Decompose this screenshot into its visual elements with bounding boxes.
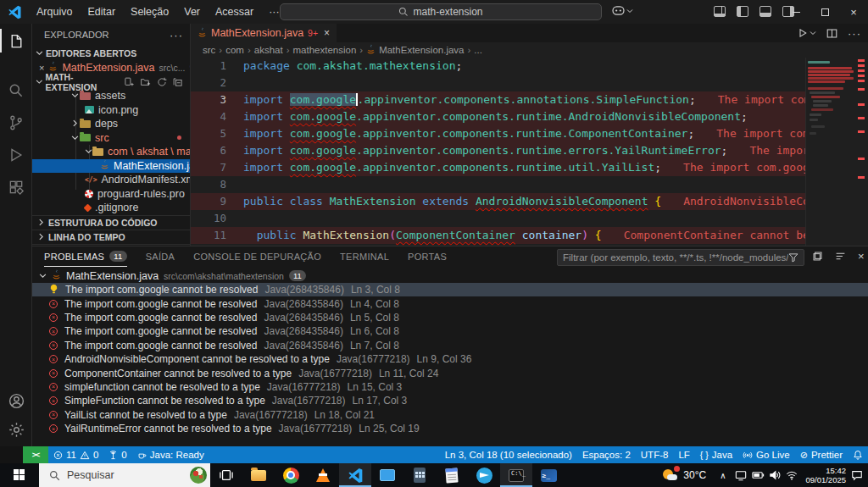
problems-file-group[interactable]: MathExtension.java src\com\akshat\mathex… bbox=[32, 268, 868, 283]
collapse-all-icon[interactable] bbox=[835, 251, 846, 262]
open-editors-section-header[interactable]: EDITORES ABERTOS bbox=[32, 46, 190, 60]
workspace-section-header[interactable]: MATH-EXTENSION bbox=[32, 75, 190, 89]
tray-battery-icon[interactable] bbox=[749, 471, 766, 479]
copilot-button[interactable] bbox=[612, 5, 633, 16]
language-mode-item[interactable]: { } Java bbox=[695, 446, 737, 463]
ports-status-item[interactable]: 0 bbox=[103, 446, 131, 463]
calculator-button[interactable] bbox=[403, 463, 436, 487]
task-view-button[interactable] bbox=[210, 463, 242, 487]
breadcrumb-item-mathextension[interactable]: mathextension bbox=[293, 45, 357, 55]
panel-tab-terminal[interactable]: TERMINAL bbox=[340, 246, 389, 267]
close-panel-icon[interactable]: × bbox=[858, 250, 865, 263]
editor-more-actions[interactable]: ··· bbox=[848, 27, 861, 40]
go-live-item[interactable]: Go Live bbox=[737, 446, 795, 463]
cursor-position-item[interactable]: Ln 3, Col 18 (10 selecionado) bbox=[440, 446, 577, 463]
problem-row[interactable]: ×YailRuntimeError cannot be resolved to … bbox=[32, 422, 868, 435]
view-as-table-icon[interactable] bbox=[812, 251, 823, 262]
breadcrumb-item-MathExtensionjava[interactable]: MathExtension.java bbox=[379, 45, 464, 55]
tray-volume-icon[interactable] bbox=[766, 470, 783, 480]
new-file-icon[interactable] bbox=[124, 77, 134, 87]
telegram-button[interactable] bbox=[468, 463, 500, 487]
customize-layout-icon[interactable] bbox=[714, 6, 726, 17]
toggle-sidebar-icon[interactable] bbox=[737, 6, 748, 17]
menu-item-ver[interactable]: Ver bbox=[176, 0, 208, 24]
problem-row[interactable]: ×The import com.google cannot be resolve… bbox=[32, 296, 868, 310]
toggle-panel-icon[interactable] bbox=[760, 6, 771, 17]
vlc-button[interactable] bbox=[307, 463, 339, 487]
problem-row[interactable]: ×AndroidNonvisibleComponent cannot be re… bbox=[32, 352, 868, 366]
remote-indicator[interactable]: >< bbox=[23, 446, 48, 463]
eol-item[interactable]: LF bbox=[673, 446, 694, 463]
restore-button[interactable] bbox=[810, 0, 839, 24]
minimap[interactable] bbox=[805, 58, 854, 246]
weather-widget[interactable]: 30°C bbox=[656, 468, 713, 483]
encoding-item[interactable]: UTF-8 bbox=[636, 446, 674, 463]
menu-item-editar[interactable]: Editar bbox=[80, 0, 123, 24]
problems-filter-input[interactable]: Filtrar (por exemplo, texto, **/*.ts, !*… bbox=[557, 249, 804, 266]
remote-desktop-button[interactable] bbox=[371, 463, 403, 487]
tree-item-.gitignore[interactable]: .gitignore bbox=[32, 201, 190, 215]
problem-row[interactable]: ×ComponentContainer cannot be resolved t… bbox=[32, 366, 868, 379]
breadcrumb-item-com[interactable]: com bbox=[225, 45, 244, 55]
panel-tab-console-de-depura--o[interactable]: CONSOLE DE DEPURAÇÃO bbox=[193, 246, 321, 267]
sidebar-section-estrutura-do-c-digo[interactable]: ESTRUTURA DO CÓDIGO bbox=[32, 215, 190, 230]
run-button[interactable] bbox=[798, 28, 816, 38]
menu-item-seleo[interactable]: Seleção bbox=[123, 0, 176, 24]
panel-tab-sa-da[interactable]: SAÍDA bbox=[146, 246, 175, 267]
vscode-button[interactable] bbox=[339, 463, 371, 487]
tree-item-deps[interactable]: deps bbox=[32, 117, 190, 131]
problem-row[interactable]: ×SimpleFunction cannot be resolved to a … bbox=[32, 394, 868, 407]
breadcrumb-item-[interactable]: ... bbox=[474, 45, 482, 55]
explorer-more-actions[interactable]: ··· bbox=[170, 29, 183, 42]
tree-item-mathextension.java[interactable]: MathExtension.java9+ bbox=[32, 159, 190, 174]
problem-row[interactable]: The import com.google cannot be resolved… bbox=[32, 283, 868, 296]
activity-extensions-button[interactable] bbox=[0, 173, 32, 202]
notifications-item[interactable] bbox=[848, 446, 868, 463]
problem-row[interactable]: ×The import com.google cannot be resolve… bbox=[32, 311, 868, 324]
command-center-search[interactable]: math-extension bbox=[280, 3, 602, 20]
problem-row[interactable]: ×YailList cannot be resolved to a typeJa… bbox=[32, 408, 868, 422]
menu-item-acessar[interactable]: Acessar bbox=[208, 0, 261, 24]
close-window-button[interactable]: × bbox=[839, 0, 868, 24]
activity-source-control-button[interactable] bbox=[0, 108, 32, 137]
tray-network-icon[interactable] bbox=[783, 471, 800, 480]
tree-item-src[interactable]: src bbox=[32, 131, 190, 146]
overview-ruler[interactable] bbox=[854, 58, 868, 246]
tree-item-proguardrules.pro[interactable]: proguard-rules.pro bbox=[32, 187, 190, 202]
tree-item-assets[interactable]: assets bbox=[32, 89, 190, 103]
activity-search-button[interactable] bbox=[0, 76, 32, 105]
java-status-item[interactable]: Java: Ready bbox=[132, 446, 209, 463]
close-editor-icon[interactable]: × bbox=[39, 63, 44, 73]
tray-monitor-icon[interactable] bbox=[732, 470, 749, 481]
tree-item-androidmanifest.xml[interactable]: </>AndroidManifest.xml bbox=[32, 173, 190, 187]
file-explorer-button[interactable] bbox=[242, 463, 275, 487]
problem-row[interactable]: ×The import com.google cannot be resolve… bbox=[32, 324, 868, 338]
problems-status-item[interactable]: 11 0 bbox=[48, 446, 103, 463]
panel-tab-portas[interactable]: PORTAS bbox=[408, 246, 447, 267]
activity-explorer-button[interactable] bbox=[0, 27, 32, 56]
panel-tab-problemas[interactable]: PROBLEMAS11 bbox=[44, 246, 127, 267]
breadcrumb-item-akshat[interactable]: akshat bbox=[254, 45, 283, 55]
tree-item-comakshatmathexten...[interactable]: com \ akshat \ mathexten... bbox=[32, 145, 190, 159]
activity-run-debug-button[interactable] bbox=[0, 141, 32, 169]
close-tab-icon[interactable]: × bbox=[324, 27, 330, 39]
refresh-icon[interactable] bbox=[157, 77, 167, 87]
minimize-button[interactable] bbox=[782, 0, 810, 24]
problem-row[interactable]: ×simplefunction cannot be resolved to a … bbox=[32, 380, 868, 394]
indentation-item[interactable]: Espaços: 2 bbox=[577, 446, 636, 463]
chrome-button[interactable] bbox=[275, 463, 307, 487]
tree-item-icon.png[interactable]: icon.png bbox=[32, 103, 190, 118]
code-editor[interactable]: 1package com.akshat.mathextension;23impo… bbox=[191, 58, 868, 246]
notification-center-icon[interactable] bbox=[851, 469, 868, 481]
breadcrumb-item-src[interactable]: src bbox=[203, 45, 215, 55]
settings-button[interactable] bbox=[0, 415, 32, 444]
account-button[interactable] bbox=[0, 386, 32, 415]
problem-row[interactable]: ×The import com.google cannot be resolve… bbox=[32, 339, 868, 352]
tab-mathextension-java[interactable]: MathExtension.java 9+ × bbox=[191, 24, 337, 42]
taskbar-search[interactable]: Pesquisar bbox=[39, 463, 210, 487]
menu-item-arquivo[interactable]: Arquivo bbox=[29, 0, 80, 24]
new-folder-icon[interactable] bbox=[140, 77, 151, 87]
clock-widget[interactable]: 15:42 09/01/2025 bbox=[800, 466, 851, 484]
prettier-item[interactable]: ⊘ Prettier bbox=[795, 446, 848, 463]
collapse-all-icon[interactable] bbox=[173, 77, 183, 87]
